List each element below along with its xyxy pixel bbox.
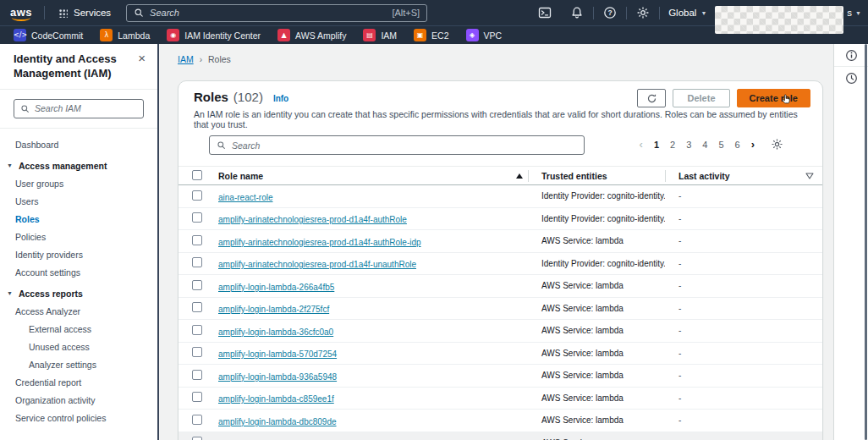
role-link[interactable]: amplify-login-lambda-266a4fb5 bbox=[218, 283, 334, 292]
role-link[interactable]: amplify-login-lambda-570d7254 bbox=[218, 349, 337, 359]
next-page-button[interactable]: › bbox=[751, 138, 755, 151]
column-header-last-activity[interactable]: Last activity bbox=[665, 171, 822, 181]
refresh-button[interactable] bbox=[637, 89, 666, 107]
role-link[interactable]: amplify-login-lambda-2f275fcf bbox=[218, 305, 329, 314]
select-all-checkbox[interactable] bbox=[192, 170, 202, 180]
table-row: AmplifyDataStoreIAMRb752cd-pvxxqgcf4bhzb… bbox=[179, 432, 822, 440]
ec2-icon: ▣ bbox=[414, 29, 426, 41]
role-link[interactable]: amplify-login-lambda-936a5948 bbox=[218, 372, 337, 382]
sidebar-item-access-analyzer[interactable]: Access Analyzer bbox=[0, 303, 157, 321]
console-search-input[interactable]: Search [Alt+S] bbox=[126, 4, 427, 22]
role-link[interactable]: amplify-login-lambda-36cfc0a0 bbox=[218, 327, 333, 337]
chevron-down-icon: ▼ bbox=[700, 10, 706, 16]
last-activity-cell: - bbox=[665, 214, 822, 223]
role-link[interactable]: aina-react-role bbox=[218, 193, 272, 202]
scrollbar[interactable] bbox=[865, 44, 867, 440]
sidebar-item-external-access[interactable]: External access bbox=[0, 321, 157, 338]
sidebar-section-access-reports[interactable]: ▼Access reports bbox=[0, 282, 157, 303]
delete-button[interactable]: Delete bbox=[673, 89, 729, 107]
sidebar-item-service-control-policies[interactable]: Service control policies bbox=[0, 410, 157, 427]
column-header-trusted-entities[interactable]: Trusted entities bbox=[535, 171, 665, 181]
sidebar-item-user-groups[interactable]: User groups bbox=[0, 175, 157, 193]
favorite-iam-identity-center[interactable]: ◉IAM Identity Center bbox=[158, 26, 269, 44]
settings-gear-icon[interactable] bbox=[636, 6, 650, 19]
services-menu[interactable]: Services bbox=[53, 0, 116, 25]
sidebar-item-credential-report[interactable]: Credential report bbox=[0, 374, 157, 392]
sidebar-item-users[interactable]: Users bbox=[0, 193, 157, 211]
favorite-iam[interactable]: ▤IAM bbox=[354, 26, 405, 44]
preferences-gear-icon[interactable] bbox=[771, 138, 783, 151]
sidebar-item-dashboard[interactable]: Dashboard bbox=[0, 136, 157, 154]
sidebar-item-organization-activity[interactable]: Organization activity bbox=[0, 392, 157, 410]
page-6[interactable]: 6 bbox=[735, 140, 740, 150]
sidebar-item-policies[interactable]: Policies bbox=[0, 228, 157, 246]
row-checkbox[interactable] bbox=[192, 280, 202, 290]
table-row: amplify-login-lambda-c859ee1fAWS Service… bbox=[179, 388, 822, 410]
page-4[interactable]: 4 bbox=[702, 140, 707, 150]
favorite-ec2[interactable]: ▣EC2 bbox=[405, 26, 457, 44]
row-checkbox[interactable] bbox=[192, 257, 202, 267]
cloudshell-icon[interactable] bbox=[538, 6, 552, 19]
sidebar-item-analyzer-settings[interactable]: Analyzer settings bbox=[0, 356, 157, 374]
favorite-codecommit[interactable]: </>CodeCommit bbox=[5, 26, 91, 44]
svg-text:?: ? bbox=[608, 8, 613, 17]
last-activity-cell: - bbox=[665, 371, 822, 380]
sidebar-item-account-settings[interactable]: Account settings bbox=[0, 264, 157, 282]
info-panel-button[interactable] bbox=[834, 44, 868, 67]
favorite-lambda[interactable]: λLambda bbox=[91, 26, 158, 44]
create-role-button[interactable]: Create role bbox=[737, 89, 810, 107]
sidebar-section-access-management[interactable]: ▼Access management bbox=[0, 154, 157, 175]
page-3[interactable]: 3 bbox=[686, 140, 691, 150]
column-header-role-name[interactable]: Role name bbox=[212, 171, 535, 181]
table-row: aina-react-roleIdentity Provider: cognit… bbox=[179, 185, 822, 208]
page-2[interactable]: 2 bbox=[670, 140, 675, 150]
codecommit-icon: </> bbox=[14, 29, 26, 41]
table-row: amplify-login-lambda-2f275fcfAWS Service… bbox=[179, 298, 822, 321]
role-link[interactable]: amplify-login-lambda-dbc809de bbox=[218, 417, 337, 426]
help-icon[interactable]: ? bbox=[603, 6, 617, 19]
recent-activity-panel-button[interactable] bbox=[834, 67, 868, 90]
row-checkbox[interactable] bbox=[192, 347, 202, 357]
row-checkbox[interactable] bbox=[192, 392, 202, 402]
sidebar-section-label: Access management bbox=[19, 161, 107, 171]
row-checkbox-cell bbox=[179, 300, 212, 316]
account-menu[interactable]: s ▼ bbox=[847, 8, 861, 18]
role-link[interactable]: amplify-login-lambda-c859ee1f bbox=[218, 394, 334, 404]
row-checkbox[interactable] bbox=[192, 415, 202, 425]
services-label: Services bbox=[74, 8, 111, 18]
role-link[interactable]: amplify-arinatechnologiesrea-prod-d1a4f-… bbox=[218, 215, 407, 224]
row-checkbox[interactable] bbox=[192, 235, 202, 245]
page-1[interactable]: 1 bbox=[654, 140, 659, 150]
table-header-row: Role name Trusted entities Last activity bbox=[179, 166, 822, 185]
notifications-bell-icon[interactable] bbox=[570, 6, 584, 19]
favorite-aws-amplify[interactable]: ▲AWS Amplify bbox=[269, 26, 354, 44]
last-activity-cell: - bbox=[665, 304, 822, 313]
search-shortcut: [Alt+S] bbox=[392, 8, 420, 18]
region-selector[interactable]: Global ▼ bbox=[668, 8, 706, 18]
sidebar-item-unused-access[interactable]: Unused access bbox=[0, 338, 157, 356]
row-checkbox[interactable] bbox=[192, 437, 202, 440]
roles-search-input[interactable]: Search bbox=[209, 135, 585, 155]
breadcrumb-iam-link[interactable]: IAM bbox=[178, 54, 194, 64]
sidebar-search-placeholder: Search IAM bbox=[35, 103, 81, 113]
account-name-redacted[interactable] bbox=[715, 6, 843, 34]
favorite-vpc[interactable]: ◈VPC bbox=[458, 26, 511, 44]
info-link[interactable]: Info bbox=[273, 94, 288, 103]
close-icon[interactable]: × bbox=[138, 51, 146, 65]
sidebar-item-identity-providers[interactable]: Identity providers bbox=[0, 246, 157, 264]
role-link[interactable]: amplify-arinatechnologiesrea-prod-d1a4f-… bbox=[218, 260, 416, 269]
row-checkbox-cell bbox=[179, 211, 212, 226]
row-checkbox[interactable] bbox=[192, 325, 202, 335]
sidebar-search-input[interactable]: Search IAM bbox=[14, 99, 144, 118]
row-checkbox[interactable] bbox=[192, 302, 202, 312]
sidebar-item-roles[interactable]: Roles bbox=[0, 211, 157, 228]
row-checkbox[interactable] bbox=[192, 370, 202, 380]
breadcrumb-current: Roles bbox=[208, 54, 231, 64]
role-link[interactable]: amplify-arinatechnologiesrea-prod-d1a4f-… bbox=[218, 238, 421, 247]
aws-logo[interactable]: aws bbox=[10, 4, 36, 21]
previous-page-button[interactable]: ‹ bbox=[640, 138, 643, 151]
favorite-label: VPC bbox=[484, 30, 503, 41]
row-checkbox[interactable] bbox=[192, 190, 202, 201]
row-checkbox[interactable] bbox=[192, 212, 202, 223]
page-5[interactable]: 5 bbox=[718, 140, 723, 150]
